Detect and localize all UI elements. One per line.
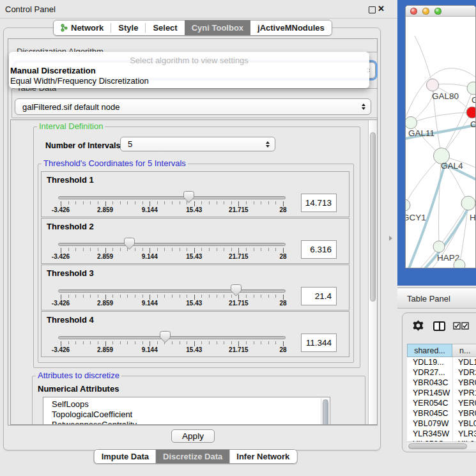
table-cell-name[interactable]: YDR2 <box>458 368 476 377</box>
slider-tick <box>180 201 180 204</box>
attribute-item[interactable]: BetweennessCentrality <box>52 420 137 425</box>
close-traffic-icon[interactable] <box>410 8 417 15</box>
slider-tick <box>172 248 173 251</box>
slider-track[interactable] <box>58 243 286 246</box>
tab-style[interactable]: Style <box>111 20 145 35</box>
table-cell-name[interactable]: YDL1 <box>458 358 476 367</box>
tab-select[interactable]: Select <box>146 20 184 35</box>
slider-tick <box>68 341 69 344</box>
network-canvas[interactable]: GAL80GCGAL11GAL4GCY1HHAP2 <box>406 17 476 268</box>
float-window-icon[interactable] <box>369 6 376 13</box>
scrollbar-thumb[interactable] <box>408 443 467 449</box>
slider-tick <box>135 341 135 344</box>
tab-discretize-data[interactable]: Discretize Data <box>156 450 229 463</box>
network-node-GCY1[interactable] <box>406 199 410 211</box>
threshold-value-field[interactable]: 6.316 <box>301 240 337 259</box>
slider-track[interactable] <box>58 196 286 199</box>
slider-tick <box>275 248 276 251</box>
table-cell-name[interactable]: YLR3 <box>458 429 476 438</box>
scrollbar-thumb[interactable] <box>323 399 328 425</box>
slider-tick <box>194 295 195 300</box>
slider-tick <box>201 295 202 298</box>
slider-tick <box>283 248 284 253</box>
splitter-collapse-icon[interactable] <box>389 236 392 241</box>
attribute-item[interactable]: TopologicalCoefficient <box>52 410 132 419</box>
table-cell-name[interactable]: YER0 <box>458 399 476 408</box>
slider-tick <box>231 201 232 204</box>
table-data-value: galFiltered.sif default node <box>22 102 119 112</box>
slider-tick <box>142 248 143 251</box>
attributes-group-label: Attributes to discretize <box>36 371 121 380</box>
slider-tick <box>105 248 106 253</box>
network-edge[interactable] <box>407 265 459 268</box>
tab-network[interactable]: Network <box>54 20 111 35</box>
algorithm-option[interactable]: Manual Discretization <box>10 66 96 75</box>
table-cell-shared-name[interactable]: YLR345W <box>413 429 449 438</box>
number-of-intervals-combobox[interactable]: 5 <box>120 137 275 151</box>
slider-tick <box>172 295 173 298</box>
attributes-scrollbar[interactable] <box>321 398 329 425</box>
network-node-GAL80[interactable] <box>427 79 439 91</box>
tab-infer-network[interactable]: Infer Network <box>229 450 296 463</box>
slider-tick <box>180 248 180 251</box>
attribute-item[interactable]: SelfLoops <box>52 399 89 409</box>
gear-icon[interactable] <box>413 320 424 331</box>
table-hscrollbar[interactable] <box>407 441 476 449</box>
tab-jactivemnodules[interactable]: jActiveMNodules <box>250 20 332 35</box>
network-node-G[interactable] <box>467 82 476 95</box>
table-cell-name[interactable]: YPR1 <box>458 388 476 397</box>
minimize-traffic-icon[interactable] <box>422 8 429 15</box>
apply-button[interactable]: Apply <box>171 429 215 443</box>
slider-thumb[interactable] <box>124 238 135 250</box>
close-icon[interactable]: ✕ <box>378 4 385 13</box>
table-cell-name[interactable]: YBR0 <box>458 378 476 387</box>
column-header-name[interactable]: n... <box>452 344 476 357</box>
algorithm-option[interactable]: Equal Width/Frequency Discretization <box>10 76 149 86</box>
network-node-unnamed[interactable] <box>454 259 465 268</box>
table-data-combobox[interactable]: galFiltered.sif default node <box>15 98 371 115</box>
cyni-mode-tabbar: Impute DataDiscretize DataInfer Network <box>94 449 298 464</box>
network-window-titlebar[interactable] <box>406 6 475 17</box>
settings-scrollbar[interactable] <box>368 119 377 425</box>
threshold-value-field[interactable]: 21.4 <box>301 287 337 305</box>
select-columns-icon[interactable] <box>453 322 469 330</box>
zoom-traffic-icon[interactable] <box>434 8 441 15</box>
slider-track[interactable] <box>58 289 286 293</box>
slider-tick <box>172 341 173 344</box>
scrollbar-thumb[interactable] <box>370 132 376 302</box>
slider-thumb[interactable] <box>231 284 242 296</box>
network-node-C[interactable] <box>466 107 476 118</box>
tab-impute-data[interactable]: Impute Data <box>95 450 156 463</box>
numerical-attributes-list[interactable]: SelfLoopsTopologicalCoefficientBetweenne… <box>43 397 330 425</box>
table-cell-shared-name[interactable]: YBR045C <box>413 409 449 418</box>
slider-tick <box>164 201 165 204</box>
table-cell-shared-name[interactable]: YER054C <box>413 399 449 408</box>
table-cell-shared-name[interactable]: YDL19... <box>413 358 444 367</box>
network-node-H[interactable] <box>461 196 475 210</box>
threshold-value-field[interactable]: 11.344 <box>301 334 337 352</box>
slider-thumb[interactable] <box>160 331 171 343</box>
slider-tick <box>135 201 135 204</box>
table-cell-name[interactable]: YBL0 <box>458 419 476 428</box>
slider-tick <box>150 295 150 300</box>
columns-icon[interactable] <box>433 321 445 331</box>
slider-tick <box>217 295 217 298</box>
slider-tick <box>172 201 173 204</box>
table-cell-shared-name[interactable]: YBR043C <box>413 378 449 387</box>
column-header-shared-name[interactable]: shared... <box>407 344 452 357</box>
slider-tick <box>254 341 254 344</box>
slider-thumb[interactable] <box>183 191 194 203</box>
table-cell-shared-name[interactable]: YPR145W <box>413 388 450 397</box>
table-cell-shared-name[interactable]: YBL079W <box>413 419 449 428</box>
network-node-GAL11[interactable] <box>406 117 417 129</box>
table-cell-name[interactable]: YBR0 <box>458 409 476 418</box>
slider-tick <box>135 295 135 298</box>
table-cell-shared-name[interactable]: YDR27... <box>413 368 445 377</box>
node-label: C <box>470 119 476 129</box>
network-node-HAP2[interactable] <box>433 241 445 252</box>
slider-track[interactable] <box>58 336 286 339</box>
tab-cyni-toolbox[interactable]: Cyni Toolbox <box>185 20 250 35</box>
slider-tick <box>75 295 76 298</box>
network-edge[interactable] <box>439 203 468 247</box>
threshold-value-field[interactable]: 14.713 <box>301 194 337 212</box>
